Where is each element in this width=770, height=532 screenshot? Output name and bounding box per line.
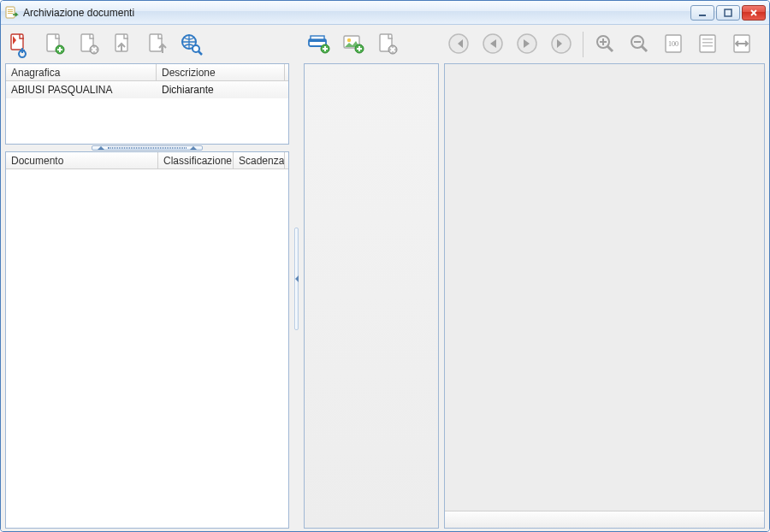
maximize-button[interactable] <box>716 5 740 21</box>
top-table-body: ABIUSI PASQUALINADichiarante <box>6 81 288 98</box>
svg-rect-2 <box>8 11 13 12</box>
globe-search-icon <box>178 31 204 59</box>
svg-rect-12 <box>150 34 162 51</box>
remove-document-button[interactable] <box>74 30 103 59</box>
thumbnail-panel <box>304 63 439 529</box>
bottom-table-column-classificazione[interactable]: Classificazione <box>158 152 234 168</box>
doc-remove-icon <box>75 31 101 59</box>
page-remove-button[interactable] <box>372 30 401 59</box>
picture-add-icon <box>340 31 365 59</box>
svg-text:100: 100 <box>668 40 678 48</box>
zoom-in-icon <box>592 31 618 59</box>
svg-rect-3 <box>8 13 13 14</box>
svg-rect-32 <box>700 35 715 52</box>
svg-rect-0 <box>6 7 15 18</box>
first-page-button[interactable] <box>444 30 473 59</box>
export-document-button[interactable] <box>108 30 137 59</box>
bottom-table-column-scadenza[interactable]: Scadenza <box>234 152 285 168</box>
bottom-table-header: DocumentoClassificazioneScadenza <box>6 152 288 169</box>
titlebar: Archiviazione documenti <box>1 1 769 25</box>
pdf-import-icon <box>7 31 33 59</box>
svg-rect-35 <box>702 45 713 47</box>
bottom-table-column-documento[interactable]: Documento <box>6 152 158 168</box>
fit-width-icon <box>729 31 755 59</box>
zoom-100-button[interactable]: 100 <box>659 30 688 59</box>
bottom-table-panel: DocumentoClassificazioneScadenza <box>5 151 289 529</box>
middle-toolbar <box>304 29 439 63</box>
app-icon <box>4 6 18 20</box>
svg-rect-5 <box>725 9 732 16</box>
vertical-splitter-left[interactable] <box>294 29 299 529</box>
client-area: AnagraficaDescrizione ABIUSI PASQUALINAD… <box>1 25 769 532</box>
top-table-column-anagrafica[interactable]: Anagrafica <box>6 64 157 80</box>
svg-rect-1 <box>8 9 13 10</box>
right-column: 100 <box>444 29 765 529</box>
zoom-100-icon: 100 <box>660 31 686 59</box>
top-table-column-descrizione[interactable]: Descrizione <box>157 64 285 80</box>
svg-point-14 <box>192 45 199 52</box>
image-add-button[interactable] <box>338 30 367 59</box>
page-remove-icon <box>374 31 400 59</box>
nav-last-icon <box>548 31 574 59</box>
right-toolbar: 100 <box>444 29 765 63</box>
horizontal-splitter[interactable] <box>5 145 289 151</box>
svg-rect-4 <box>699 15 706 16</box>
table-row[interactable]: ABIUSI PASQUALINADichiarante <box>6 81 288 98</box>
zoom-out-icon <box>626 31 652 59</box>
fit-page-icon <box>695 31 720 59</box>
doc-add-icon <box>41 31 67 59</box>
zoom-out-button[interactable] <box>625 30 654 59</box>
close-button[interactable] <box>742 5 766 21</box>
last-page-button[interactable] <box>547 30 576 59</box>
scan-add-button[interactable] <box>304 30 333 59</box>
send-document-button[interactable] <box>142 30 171 59</box>
top-table-panel: AnagraficaDescrizione ABIUSI PASQUALINAD… <box>5 63 289 145</box>
doc-up-icon <box>110 31 135 59</box>
svg-rect-33 <box>702 38 713 40</box>
nav-prev-icon <box>480 31 506 59</box>
prev-page-button[interactable] <box>478 30 507 59</box>
preview-panel <box>444 63 765 529</box>
left-column: AnagraficaDescrizione ABIUSI PASQUALINAD… <box>5 29 289 529</box>
svg-rect-34 <box>702 42 713 44</box>
window-title: Archiviazione documenti <box>23 7 690 19</box>
svg-rect-17 <box>311 36 324 39</box>
web-search-button[interactable] <box>176 30 205 59</box>
middle-column <box>304 29 439 529</box>
left-toolbar <box>5 29 289 63</box>
minimize-button[interactable] <box>690 5 714 21</box>
nav-first-icon <box>446 31 471 59</box>
top-table-cell-anagrafica: ABIUSI PASQUALINA <box>6 82 157 98</box>
scanner-add-icon <box>305 31 331 59</box>
fit-page-button[interactable] <box>693 30 722 59</box>
next-page-button[interactable] <box>512 30 542 59</box>
nav-next-icon <box>514 31 540 59</box>
window-controls <box>690 5 766 21</box>
toolbar-separator <box>583 32 583 57</box>
doc-arrow-up-icon <box>144 31 169 59</box>
fit-width-button[interactable] <box>727 30 756 59</box>
add-document-button[interactable] <box>39 30 68 59</box>
top-table-cell-descrizione: Dichiarante <box>157 82 285 98</box>
import-pdf-button[interactable] <box>5 30 34 59</box>
top-table-header: AnagraficaDescrizione <box>6 64 288 81</box>
svg-point-20 <box>347 38 351 41</box>
zoom-in-button[interactable] <box>590 30 619 59</box>
preview-footer <box>445 511 764 528</box>
